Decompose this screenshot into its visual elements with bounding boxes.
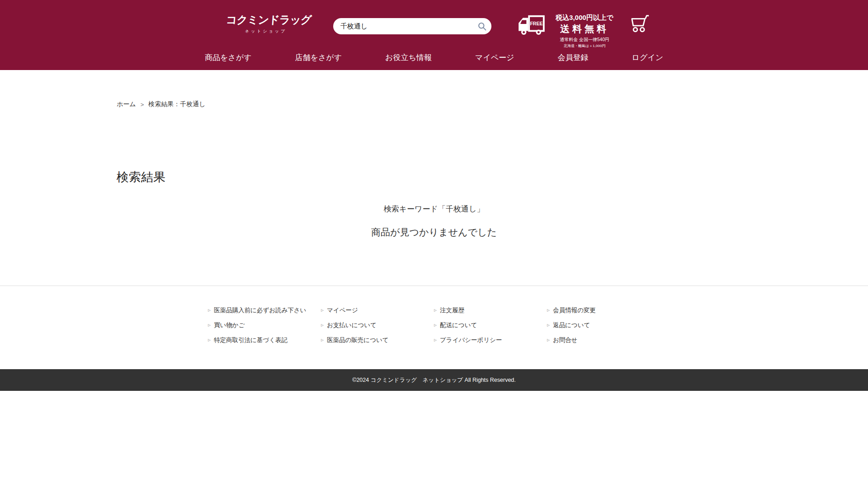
logo-title: コクミンドラッグ	[226, 13, 306, 27]
footer-link-label: 買い物かご	[214, 321, 245, 329]
logo-subtitle: ネットショップ	[226, 28, 306, 34]
footer-column-3: ▹ 注文履歴 ▹ 配送について ▹ プライバシーポリシー	[434, 306, 547, 345]
footer-link-member-info[interactable]: ▹ 会員情報の変更	[547, 306, 660, 315]
footer-link-label: 配送について	[440, 321, 477, 329]
footer-links-grid: ▹ 医薬品購入前に必ずお読み下さい ▹ 買い物かご ▹ 特定商取引法に基づく表記…	[208, 306, 660, 345]
breadcrumb-home-link[interactable]: ホーム	[117, 100, 136, 108]
breadcrumb-separator: >	[141, 101, 144, 108]
site-logo[interactable]: コクミンドラッグ ネットショップ	[226, 13, 306, 34]
search-box	[333, 18, 491, 34]
footer-link-returns[interactable]: ▹ 返品について	[547, 321, 660, 330]
magnifier-icon	[477, 22, 487, 31]
footer-links-section: ▹ 医薬品購入前に必ずお読み下さい ▹ 買い物かご ▹ 特定商取引法に基づく表記…	[0, 286, 868, 369]
arrow-right-icon: ▹	[208, 337, 211, 343]
footer-link-cart[interactable]: ▹ 買い物かご	[208, 321, 321, 330]
arrow-right-icon: ▹	[434, 337, 437, 343]
shipping-line4: 北海道・離島は＋1,000円	[548, 43, 621, 48]
copyright-text: ©2024 コクミンドラッグ ネットショップ All Rights Reserv…	[352, 377, 516, 383]
footer-link-label: プライバシーポリシー	[440, 336, 502, 344]
footer-link-label: 医薬品購入前に必ずお読み下さい	[214, 306, 306, 314]
nav-item-login[interactable]: ログイン	[632, 52, 663, 63]
arrow-right-icon: ▹	[208, 322, 211, 328]
arrow-right-icon: ▹	[547, 337, 550, 343]
cart-button[interactable]	[629, 14, 650, 36]
footer-link-privacy-policy[interactable]: ▹ プライバシーポリシー	[434, 336, 547, 345]
footer-link-label: 医薬品の販売について	[327, 336, 389, 344]
footer-link-label: お問合せ	[553, 336, 578, 344]
shipping-text: 税込3,000円以上で 送料無料 通常料金 全国一律540円 北海道・離島は＋1…	[548, 14, 621, 48]
shipping-line3: 通常料金 全国一律540円	[548, 37, 621, 43]
arrow-right-icon: ▹	[208, 307, 211, 313]
free-badge: FREE	[530, 21, 542, 26]
footer-column-4: ▹ 会員情報の変更 ▹ 返品について ▹ お問合せ	[547, 306, 660, 345]
arrow-right-icon: ▹	[321, 337, 324, 343]
breadcrumb-current: 検索結果：千枚通し	[148, 100, 205, 108]
footer-link-label: お支払いについて	[327, 321, 377, 329]
main-content: 検索結果 検索キーワード「千枚通し」 商品が見つかりませんでした	[0, 169, 868, 239]
arrow-right-icon: ▹	[434, 322, 437, 328]
footer-link-mypage[interactable]: ▹ マイページ	[321, 306, 434, 315]
cart-icon	[629, 14, 650, 34]
nav-item-useful-info[interactable]: お役立ち情報	[385, 52, 432, 63]
truck-icon: FREE	[517, 14, 545, 35]
search-button[interactable]	[475, 19, 489, 33]
footer-link-label: 特定商取引法に基づく表記	[214, 336, 288, 344]
copyright-bar: ©2024 コクミンドラッグ ネットショップ All Rights Reserv…	[0, 369, 868, 391]
nav-item-mypage[interactable]: マイページ	[475, 52, 514, 63]
footer-link-delivery[interactable]: ▹ 配送について	[434, 321, 547, 330]
arrow-right-icon: ▹	[321, 307, 324, 313]
arrow-right-icon: ▹	[547, 307, 550, 313]
footer-column-2: ▹ マイページ ▹ お支払いについて ▹ 医薬品の販売について	[321, 306, 434, 345]
footer-link-payment[interactable]: ▹ お支払いについて	[321, 321, 434, 330]
search-input[interactable]	[340, 23, 475, 30]
breadcrumb: ホーム > 検索結果：千枚通し	[117, 100, 868, 108]
arrow-right-icon: ▹	[321, 322, 324, 328]
nav-item-search-products[interactable]: 商品をさがす	[205, 52, 252, 63]
arrow-right-icon: ▹	[434, 307, 437, 313]
free-shipping-banner: FREE 税込3,000円以上で 送料無料 通常料金 全国一律540円 北海道・…	[517, 14, 621, 48]
footer-link-order-history[interactable]: ▹ 注文履歴	[434, 306, 547, 315]
footer-link-label: 返品について	[553, 321, 590, 329]
footer-link-drug-notice[interactable]: ▹ 医薬品購入前に必ずお読み下さい	[208, 306, 321, 315]
search-keyword-line: 検索キーワード「千枚通し」	[0, 204, 868, 214]
page-title: 検索結果	[117, 169, 868, 185]
footer-link-contact[interactable]: ▹ お問合せ	[547, 336, 660, 345]
site-header: コクミンドラッグ ネットショップ FREE 税込3,000円以上で 送料無料 通…	[0, 0, 868, 70]
arrow-right-icon: ▹	[547, 322, 550, 328]
nav-item-register[interactable]: 会員登録	[557, 52, 588, 63]
footer-link-label: マイページ	[327, 306, 358, 314]
no-result-message: 商品が見つかりませんでした	[0, 226, 868, 239]
footer-link-label: 注文履歴	[440, 306, 464, 314]
nav-item-search-stores[interactable]: 店舗をさがす	[295, 52, 342, 63]
main-nav: 商品をさがす 店舗をさがす お役立ち情報 マイページ 会員登録 ログイン	[0, 52, 868, 63]
shipping-line2: 送料無料	[548, 23, 621, 35]
footer-link-label: 会員情報の変更	[553, 306, 596, 314]
shipping-line1: 税込3,000円以上で	[548, 14, 621, 22]
footer-link-drug-sales[interactable]: ▹ 医薬品の販売について	[321, 336, 434, 345]
footer-column-1: ▹ 医薬品購入前に必ずお読み下さい ▹ 買い物かご ▹ 特定商取引法に基づく表記	[208, 306, 321, 345]
footer-link-commerce-law[interactable]: ▹ 特定商取引法に基づく表記	[208, 336, 321, 345]
